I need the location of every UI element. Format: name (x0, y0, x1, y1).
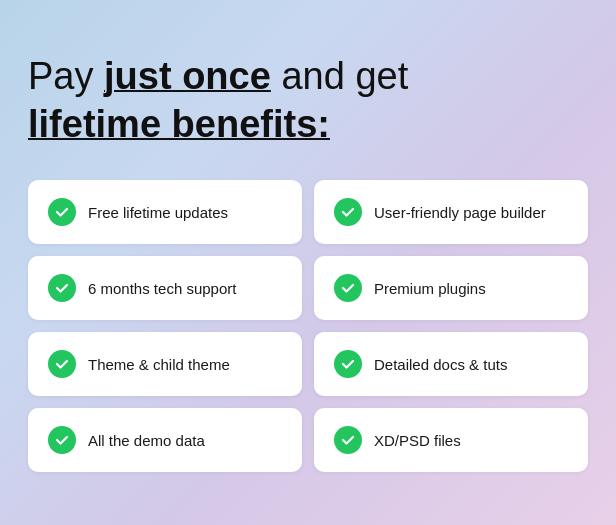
headline-text: Pay just once and get lifetime benefits: (28, 53, 588, 148)
check-icon (48, 350, 76, 378)
benefit-card-demo-data: All the demo data (28, 408, 302, 472)
benefit-card-user-friendly-builder: User-friendly page builder (314, 180, 588, 244)
benefit-label-free-updates: Free lifetime updates (88, 204, 228, 221)
benefit-card-detailed-docs: Detailed docs & tuts (314, 332, 588, 396)
benefit-label-child-theme: Theme & child theme (88, 356, 230, 373)
benefit-card-premium-plugins: Premium plugins (314, 256, 588, 320)
benefit-card-tech-support: 6 months tech support (28, 256, 302, 320)
benefit-label-premium-plugins: Premium plugins (374, 280, 486, 297)
benefit-label-detailed-docs: Detailed docs & tuts (374, 356, 507, 373)
check-icon (334, 198, 362, 226)
check-icon (334, 274, 362, 302)
benefit-label-user-friendly-builder: User-friendly page builder (374, 204, 546, 221)
benefits-grid: Free lifetime updates User-friendly page… (28, 180, 588, 472)
check-icon (48, 274, 76, 302)
lifetime-benefits-text: lifetime benefits: (28, 101, 588, 149)
headline-section: Pay just once and get lifetime benefits: (28, 53, 588, 148)
check-icon (48, 198, 76, 226)
main-container: Pay just once and get lifetime benefits:… (28, 33, 588, 492)
benefit-label-tech-support: 6 months tech support (88, 280, 236, 297)
benefit-label-demo-data: All the demo data (88, 432, 205, 449)
benefit-label-xd-psd: XD/PSD files (374, 432, 461, 449)
just-once-text: just once (104, 55, 271, 97)
benefit-card-free-updates: Free lifetime updates (28, 180, 302, 244)
check-icon (334, 350, 362, 378)
benefit-card-child-theme: Theme & child theme (28, 332, 302, 396)
check-icon (334, 426, 362, 454)
check-icon (48, 426, 76, 454)
benefit-card-xd-psd: XD/PSD files (314, 408, 588, 472)
